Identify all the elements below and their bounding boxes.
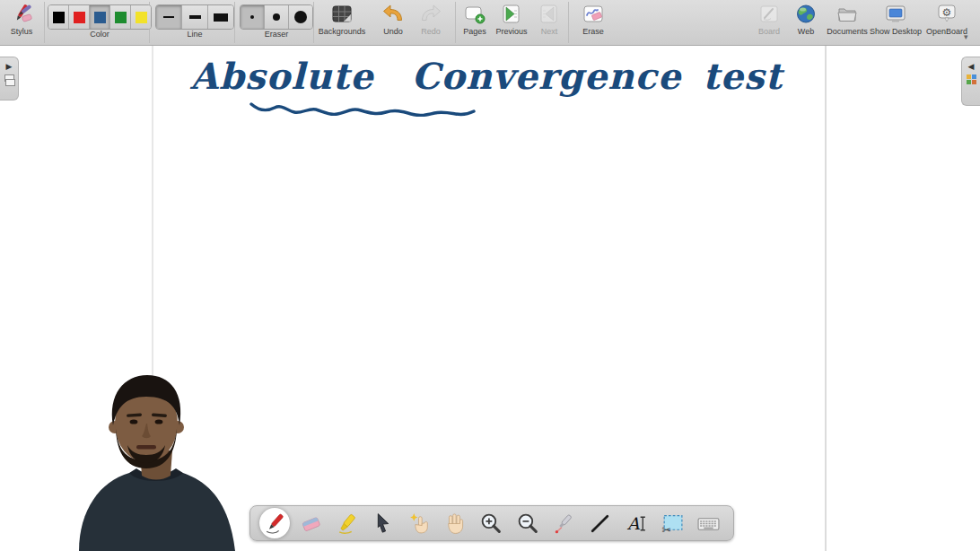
zoom-in-tool-button[interactable] [477, 508, 507, 538]
eraser-large-button[interactable] [289, 5, 312, 29]
color-swatch-blue[interactable] [90, 5, 110, 29]
text-icon: A [625, 512, 649, 536]
undo-icon [381, 3, 405, 26]
show-desktop-button[interactable]: Show Desktop [865, 3, 926, 36]
toolbar-separator [455, 2, 456, 43]
pen-tool-button[interactable] [259, 508, 290, 538]
open-hand-icon [443, 512, 468, 536]
line-tool-button[interactable] [585, 508, 616, 538]
openboard-menu-button[interactable]: ⚙ OpenBoard [921, 3, 973, 36]
library-tab[interactable]: ◀ [961, 57, 980, 106]
highlighter-tool-button[interactable] [332, 508, 363, 538]
pen-icon [263, 512, 287, 536]
expand-left-icon: ◀ [968, 62, 975, 71]
web-globe-icon [794, 3, 818, 26]
undo-label: Undo [383, 27, 403, 36]
page-navigator-tab[interactable]: ▶ [0, 57, 19, 101]
eraser-icon [299, 512, 323, 536]
toolbar-separator [313, 2, 314, 43]
handwritten-word: test [703, 55, 783, 97]
handwritten-title: AbsoluteConvergencetest [190, 55, 783, 97]
documents-label: Documents [827, 27, 868, 36]
erase-page-icon [582, 3, 605, 26]
line-label: Line [187, 30, 202, 39]
eraser-tool-button[interactable] [295, 508, 326, 538]
color-swatch-yellow[interactable] [131, 5, 151, 29]
handwritten-word: Absolute [190, 55, 373, 97]
stylus-button[interactable]: Stylus [2, 3, 41, 36]
redo-icon [419, 3, 442, 26]
top-toolbar: Stylus Color Line [0, 0, 980, 46]
eraser-medium-button[interactable] [265, 5, 289, 29]
thin-line-icon [163, 16, 174, 18]
web-button[interactable]: Web [790, 3, 822, 36]
previous-page-icon [500, 3, 523, 26]
pages-label: Pages [463, 27, 486, 36]
board-button[interactable]: Board [751, 3, 787, 36]
color-swatch-red[interactable] [69, 5, 90, 29]
blue-swatch [94, 12, 106, 23]
stylus-label: Stylus [11, 27, 33, 36]
undo-button[interactable]: Undo [375, 3, 411, 36]
color-swatch-green[interactable] [110, 5, 131, 29]
zoom-in-icon [479, 512, 503, 536]
laser-pointer-tool-button[interactable] [549, 508, 580, 538]
color-swatch-black[interactable] [48, 5, 69, 29]
erase-button[interactable]: Erase [575, 3, 611, 36]
color-label: Color [90, 30, 109, 39]
selector-tool-button[interactable] [368, 508, 398, 538]
board-canvas[interactable]: AbsoluteConvergencetest ▶ ◀ [0, 46, 980, 551]
svg-text:✂: ✂ [662, 522, 671, 535]
keyboard-icon [696, 512, 721, 536]
redo-button[interactable]: Redo [413, 3, 449, 36]
handwritten-underline [249, 97, 476, 117]
large-dot-icon [294, 11, 307, 23]
red-swatch [74, 12, 85, 23]
backgrounds-button[interactable]: Backgrounds [315, 3, 369, 36]
capture-tool-button[interactable]: ✂ [658, 508, 688, 538]
stylus-icon [10, 3, 33, 26]
hand-tool-button[interactable] [441, 508, 471, 538]
eraser-group: Eraser [240, 4, 313, 39]
interact-tool-button[interactable] [404, 508, 434, 538]
black-swatch [53, 12, 65, 23]
backgrounds-label: Backgrounds [319, 27, 366, 36]
virtual-keyboard-tool-button[interactable] [694, 508, 724, 538]
backgrounds-icon [330, 3, 354, 26]
documents-folder-icon [836, 3, 859, 26]
library-icon [967, 74, 976, 84]
zoom-out-tool-button[interactable] [512, 508, 543, 538]
next-button[interactable]: Next [533, 3, 565, 36]
toolbar-overflow-chevron-icon[interactable]: ▾ [964, 32, 968, 41]
line-medium-button[interactable] [182, 5, 208, 29]
openboard-gear-icon: ⚙ [935, 3, 958, 26]
line-group: Line [155, 4, 234, 39]
green-swatch [115, 12, 127, 23]
pages-button[interactable]: Pages [459, 3, 491, 36]
line-thick-button[interactable] [208, 5, 233, 29]
show-desktop-icon [884, 3, 907, 26]
color-group: Color [48, 4, 152, 39]
capture-icon: ✂ [661, 512, 685, 536]
toolbar-separator [44, 2, 45, 43]
previous-label: Previous [495, 27, 527, 36]
show-desktop-label: Show Desktop [870, 27, 922, 36]
text-tool-button[interactable]: A [621, 508, 652, 538]
presenter-silhouette [75, 370, 237, 551]
thick-line-icon [214, 13, 228, 22]
yellow-swatch [136, 12, 147, 23]
openboard-window: Stylus Color Line [0, 0, 980, 551]
erase-label: Erase [582, 27, 604, 36]
zoom-out-icon [516, 512, 540, 536]
laser-pointer-icon [552, 512, 576, 536]
page-stack-icon [4, 74, 14, 86]
toolbar-separator [568, 2, 569, 43]
pointing-hand-icon [407, 512, 432, 536]
eraser-small-button[interactable] [241, 5, 265, 29]
previous-button[interactable]: Previous [492, 3, 531, 36]
line-thin-button[interactable] [156, 5, 182, 29]
pages-icon [463, 3, 486, 26]
next-page-icon [538, 3, 561, 26]
line-icon [588, 512, 612, 536]
next-label: Next [541, 27, 558, 36]
